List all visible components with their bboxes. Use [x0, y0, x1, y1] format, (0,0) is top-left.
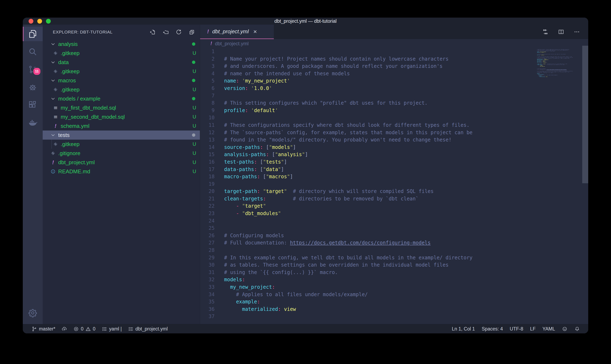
code-segment: # This setting configures which "profile… — [224, 100, 428, 107]
code-editor[interactable]: 12# Name your project! Project names sho… — [200, 48, 588, 324]
code-line-11[interactable]: 11# These configurations specify where d… — [200, 122, 588, 129]
code-line-18[interactable]: 18macro-paths: ["macros"] — [200, 173, 588, 181]
code-segment: ] — [305, 151, 308, 158]
compare-button[interactable] — [542, 29, 548, 35]
doc-link[interactable]: https://docs.getdbt.com/docs/configuring… — [290, 239, 430, 247]
code-line-30[interactable]: 30# as tables. These settings can be ove… — [200, 261, 588, 269]
code-line-14[interactable]: 14source-paths: ["models"] — [200, 144, 588, 151]
tree-item--gitkeep[interactable]: .gitkeepU — [43, 85, 200, 94]
code-line-9[interactable]: 9profile: 'default' — [200, 107, 588, 114]
refresh-button[interactable] — [176, 29, 182, 35]
tree-item--gitkeep[interactable]: .gitkeepU — [43, 67, 200, 76]
code-segment: target — [266, 188, 284, 195]
split-editor-button[interactable] — [558, 29, 564, 35]
activity-docker[interactable] — [23, 116, 43, 130]
status-indentation[interactable]: Spaces: 4 — [482, 326, 503, 332]
code-line-1[interactable]: 1 — [200, 48, 588, 55]
tree-item-dbt-project-yml[interactable]: !dbt_project.ymlU — [43, 158, 200, 167]
status-eol[interactable]: LF — [530, 326, 536, 332]
code-line-7[interactable]: 7 — [200, 92, 588, 100]
tree-item-data[interactable]: data — [43, 58, 200, 67]
status-encoding[interactable]: UTF-8 — [510, 326, 523, 332]
tree-item-my-first-dbt-model-sql[interactable]: ≡my_first_dbt_model.sqlU — [43, 103, 200, 112]
code-line-33[interactable]: 33 my_new_project: — [200, 284, 588, 291]
status-language[interactable]: YAML — [542, 326, 555, 332]
tree-item-readme-md[interactable]: README.mdU — [43, 167, 200, 176]
traffic-lights — [28, 18, 51, 25]
status-git-branch-label: master* — [39, 326, 55, 332]
code-line-22[interactable]: 22 - "target" — [200, 202, 588, 210]
code-line-19[interactable]: 19 — [200, 181, 588, 188]
activity-search[interactable] — [23, 44, 43, 59]
code-line-35[interactable]: 35 example: — [200, 298, 588, 306]
code-line-24[interactable]: 24 — [200, 217, 588, 225]
status-yaml-status[interactable]: yaml | — [102, 326, 122, 332]
tree-item-my-second-dbt-model-sql[interactable]: ≡my_second_dbt_model.sqlU — [43, 112, 200, 121]
tree-item-models-example[interactable]: models / example — [43, 94, 200, 103]
code-line-34[interactable]: 34 # Applies to all files under models/e… — [200, 291, 588, 299]
status-git-branch[interactable]: master* — [31, 326, 55, 332]
code-line-29[interactable]: 29# In this example config, we tell dbt … — [200, 254, 588, 262]
close-tab-icon[interactable]: × — [253, 28, 257, 35]
minimize-window-button[interactable] — [37, 19, 42, 24]
code-line-31[interactable]: 31# using the `{{ config(...) }}` macro. — [200, 269, 588, 276]
code-line-36[interactable]: 36 materialized: view — [200, 306, 588, 313]
status-cursor-position[interactable]: Ln 1, Col 1 — [452, 326, 475, 332]
line-number: 23 — [200, 210, 215, 217]
status-problems[interactable]: 00 — [73, 326, 96, 332]
code-line-4[interactable]: 4# name or the intended use of these mod… — [200, 70, 588, 78]
code-line-32[interactable]: 32models: — [200, 276, 588, 284]
code-line-6[interactable]: 6version: '1.0.0' — [200, 85, 588, 92]
activity-extensions[interactable] — [23, 98, 43, 112]
activity-debug[interactable] — [23, 80, 43, 94]
status-sync[interactable] — [61, 326, 67, 332]
tree-item-tests[interactable]: tests — [43, 130, 200, 140]
tree-item-schema-yml[interactable]: !schema.ymlU — [43, 121, 200, 130]
git-diamond-icon — [53, 142, 58, 147]
tree-item-macros[interactable]: macros — [43, 76, 200, 85]
code-segment: : — [245, 107, 248, 114]
code-line-23[interactable]: 23 - "dbt_modules" — [200, 210, 588, 217]
close-window-button[interactable] — [28, 19, 33, 24]
collapse-all-button[interactable] — [189, 29, 195, 35]
code-line-20[interactable]: 20target-path: "target" # directory whic… — [200, 188, 588, 195]
code-segment: # These configurations specify where dbt… — [224, 122, 470, 129]
minimap[interactable]: # Name your project! Project names shoul… — [537, 48, 581, 78]
new-folder-button[interactable] — [163, 29, 169, 35]
code-segment: : — [242, 276, 245, 284]
tree-item--gitignore[interactable]: .gitignoreU — [43, 149, 200, 158]
tree-item-analysis[interactable]: analysis — [43, 39, 200, 49]
breadcrumb-file[interactable]: dbt_project.yml — [215, 41, 249, 47]
code-line-10[interactable]: 10 — [200, 114, 588, 122]
code-line-16[interactable]: 16test-paths: ["tests"] — [200, 158, 588, 166]
code-line-28[interactable]: 28 — [200, 247, 588, 254]
status-notifications[interactable] — [574, 326, 580, 332]
code-line-37[interactable]: 37 — [200, 313, 588, 320]
tab-dbt-project-yml[interactable]: ! dbt_project.yml × — [200, 25, 274, 39]
code-line-15[interactable]: 15analysis-paths: ["analysis"] — [200, 151, 588, 158]
more-button[interactable] — [574, 29, 580, 35]
code-line-27[interactable]: 27# Full documentation: https://docs.get… — [200, 239, 588, 247]
code-line-5[interactable]: 5name: 'my_new_project' — [200, 77, 588, 85]
activity-settings[interactable] — [28, 308, 38, 319]
tree-item--gitkeep[interactable]: .gitkeepU — [43, 49, 200, 58]
code-line-3[interactable]: 3# and underscores. A good package name … — [200, 63, 588, 70]
code-line-2[interactable]: 2# Name your project! Project names shou… — [200, 55, 588, 63]
new-file-button[interactable] — [150, 29, 156, 35]
tree-item--gitkeep[interactable]: .gitkeepU — [43, 140, 200, 149]
code-line-26[interactable]: 26# Configuring models — [200, 232, 588, 239]
status-file-status[interactable]: dbt_project.yml — [128, 326, 168, 332]
debug-icon — [28, 82, 38, 92]
code-line-17[interactable]: 17data-paths: ["data"] — [200, 166, 588, 173]
code-line-25[interactable]: 25 — [200, 225, 588, 232]
code-line-21[interactable]: 21clean-targets: # directories to be rem… — [200, 195, 588, 203]
doc-link[interactable]: https://docs.getdbt.com/docs/configuring… — [547, 69, 567, 70]
code-line-13[interactable]: 13# found in the "models/" directory. Yo… — [200, 136, 588, 144]
zoom-window-button[interactable] — [46, 19, 51, 24]
activity-source-control[interactable]: 11 — [23, 62, 43, 77]
editor-scrollbar[interactable] — [582, 46, 588, 183]
code-line-12[interactable]: 12# The `source-paths` config, for examp… — [200, 129, 588, 136]
code-line-8[interactable]: 8# This setting configures which "profil… — [200, 100, 588, 107]
activity-explorer[interactable] — [23, 27, 43, 41]
status-feedback[interactable] — [562, 326, 568, 332]
